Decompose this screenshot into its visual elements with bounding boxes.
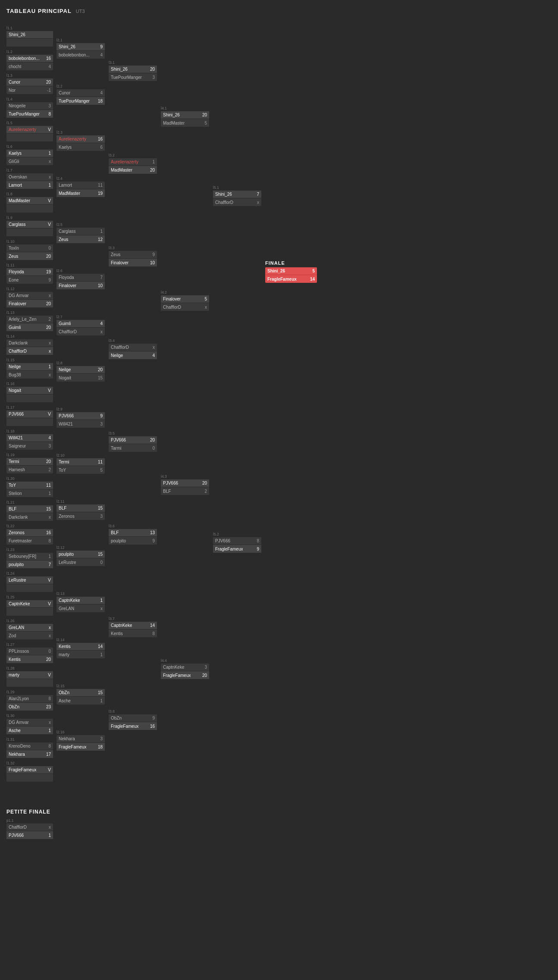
match-row: Finalover10 [109,259,157,266]
player-name: Finalover [59,283,76,288]
match-label: l1.8 [6,192,54,196]
match-row: MadMasterV [6,197,53,205]
player-name: Nirogeile [9,103,25,108]
match-row: Will4214 [6,434,53,442]
col-round1: l1.1Shini_26l1.2bobolebonbon...16chocht4… [6,24,54,783]
match-label: l1.4 [6,97,54,101]
player-name: CaptnKeke [111,623,132,628]
match-row: TuePourManger3 [109,73,157,81]
page-header: TABLEAU PRINCIPAL UT3 [6,4,552,18]
match-box: AurelienazertyV [6,126,53,141]
match-box: CaptnKekeV [6,600,53,616]
col-sf: l5.1Shini_267ChafflorDxl5.2PJV6668Fragle… [213,24,263,554]
match-box: NogaitV [6,387,53,402]
player-score: 9 [253,547,259,551]
match-label: l4.1 [161,106,210,110]
match-row: PJV66620 [109,436,157,444]
col-finale: FINALEShini_265FragleFameux14 [265,24,321,283]
match-label: l3.3 [109,246,158,250]
match-row [6,134,53,141]
match-row: Finalover10 [56,282,105,289]
match-box: poulpito15LeRustre0 [56,551,105,566]
match-row: Kentis8 [109,629,157,637]
player-name: ToY [9,483,16,488]
match-row: Asche1 [56,697,105,704]
match-box: Alan2Lyon8ObZn23 [6,695,53,711]
match-box: BLF13poulpito9 [109,529,157,545]
match-box: ObZn15Asche1 [56,689,105,704]
player-name: Will421 [59,422,73,426]
match-row: Sebouney[FR]1 [6,553,53,560]
player-score: 3 [45,444,51,448]
match-row: marty1 [56,651,105,658]
player-name: Asche [59,698,71,703]
player-score: 4 [149,353,155,358]
player-score: 8 [253,539,259,543]
player-name: ToY [59,468,66,473]
match-row: Nor-1 [6,86,53,94]
match-label: l1.29 [6,690,54,694]
player-score: 20 [149,438,155,442]
match-row: bobolebonbon...4 [56,51,105,59]
player-score: 15 [45,507,51,511]
player-score: 4 [97,91,103,95]
match-label: l1.6 [6,144,54,149]
match-row: Saigneur3 [6,442,53,450]
match-row [6,39,53,47]
player-score: 3 [45,103,51,108]
player-name: Shini_26 [111,67,128,72]
player-name: Shini_26 [59,44,75,49]
match-box: ChafflorDxNeilge4 [109,344,157,359]
match-box: Nirogeile3TuePourManger8 [6,102,53,118]
player-name: Bug38 [9,373,21,377]
player-name: poulpito [59,552,74,557]
match-label: l2.4 [56,176,106,181]
player-score: 15 [97,506,103,510]
player-name: Guimli [59,321,71,326]
player-name: FragleFameux [215,547,243,551]
match-row: Nirogeile3 [6,102,53,110]
player-score: 9 [45,278,51,282]
match-label: l1.24 [6,571,54,576]
match-label: l1.19 [6,453,54,457]
player-score: 1 [45,491,51,496]
match-box: Finalover5ChafflorDx [161,295,209,311]
player-name: PJV666 [9,833,24,838]
match-row: PJV66620 [161,479,209,487]
player-name: ChafflorD [9,349,27,354]
player-name: Zeus [9,254,18,259]
player-score: 20 [45,459,51,464]
player-name: LeRustre [59,560,76,565]
player-name: Kaelys [9,151,22,156]
player-score: V [45,578,51,582]
match-row: CaptnKeke3 [161,664,209,671]
match-row: ObZn23 [6,703,53,711]
player-name: Floyoda [59,275,74,280]
player-name: Saigneur [9,444,26,448]
player-name: Will421 [9,435,23,440]
col-round4: l4.1Shini_2620MadMaster5l4.2Finalover5Ch… [161,24,210,680]
player-score: 9 [149,716,155,720]
match-box: Zeus9Finalover10 [109,251,157,266]
finale-label: FINALE [265,260,321,266]
match-row [6,205,53,213]
player-name: Sebouney[FR] [9,554,36,559]
match-box: KrenoDeno8Nekhara17 [6,742,53,758]
match-label: l2.8 [56,361,106,365]
match-row: Bug38x [6,371,53,379]
player-score: 11 [97,183,103,188]
match-label: l2.6 [56,269,106,273]
match-box: ToxIn0Zeus20 [6,244,53,260]
page-title: TABLEAU PRINCIPAL [6,8,72,14]
player-name: Aurelienazerty [9,127,36,132]
player-score: 9 [97,44,103,49]
match-label: l3.2 [109,153,158,157]
match-label: l1.23 [6,548,54,552]
match-row [6,608,53,616]
match-row: ChafflorDx [6,347,53,355]
match-label: l2.10 [56,453,106,457]
match-label: l3.8 [109,709,158,714]
player-score: x [45,341,51,345]
player-name: CaptnKeke [163,665,184,670]
match-label: l3.4 [109,338,158,343]
